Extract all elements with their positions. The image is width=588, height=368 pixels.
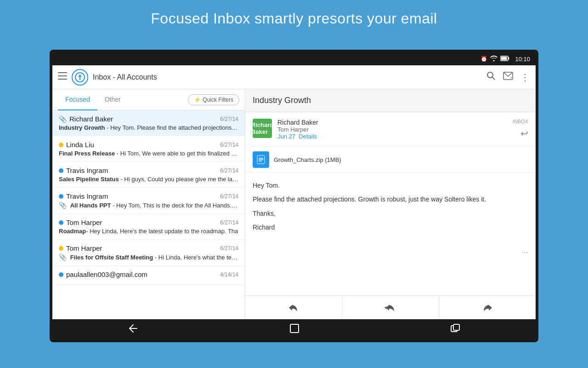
email-subject-4: 📎 All Hands PPT - Hey Tom, This is the d… (59, 201, 238, 209)
wifi-icon (490, 55, 498, 63)
status-time: 10:10 (515, 56, 530, 63)
indicator-4 (59, 194, 63, 199)
alarm-icon: ⏰ (481, 56, 487, 62)
app-bar-actions: ⋮ (486, 71, 530, 83)
sender-name-6: Tom Harper (66, 244, 102, 252)
bottom-nav (52, 319, 536, 339)
sender-name-5: Tom Harper (66, 218, 102, 226)
svg-line-10 (511, 77, 512, 78)
back-button[interactable] (119, 320, 148, 339)
more-icon[interactable]: ⋮ (520, 72, 530, 83)
attachment-row[interactable]: Growth_Charts.zip (1MB) (245, 147, 536, 173)
email-list: 📎 Richard Baker 6/27/14 Industry Growth … (52, 110, 245, 319)
meta-to: Tom Harper (277, 126, 507, 133)
body-thanks: Thanks, (253, 208, 528, 218)
indicator-5 (59, 220, 63, 225)
detail-subject: Industry Growth (253, 96, 311, 105)
email-meta: Richard Baker Richard Baker Tom Harper J… (245, 112, 536, 147)
email-subject-2: Final Press Release - Hi Tom, We were ab… (59, 150, 238, 157)
email-subject-5: Roadmap- Hey Linda, Here's the latest up… (59, 228, 238, 235)
attachment-filename: Growth_Charts.zip (1MB) (274, 156, 341, 163)
compose-icon[interactable] (503, 72, 513, 82)
email-date-2: 6/27/14 (220, 142, 238, 148)
tab-other[interactable]: Other (97, 89, 128, 110)
email-item-3[interactable]: Travis Ingram 6/27/14 Sales Pipeline Sta… (52, 162, 245, 188)
email-item-5[interactable]: Tom Harper 6/27/14 Roadmap- Hey Linda, H… (52, 214, 245, 240)
email-subject-1: Industry Growth - Hey Tom. Please find t… (59, 124, 238, 131)
svg-rect-1 (501, 57, 507, 60)
sender-name-7: paulaallen003@gmail.com (66, 270, 147, 278)
sender-avatar: Richard Baker (253, 119, 272, 138)
indicator-7 (59, 272, 63, 277)
device-frame: ⏰ 10:10 (50, 50, 538, 342)
attachment-icon-6: 📎 (59, 253, 67, 261)
inbox-badge: INBOX (513, 119, 528, 124)
indicator-3 (59, 168, 63, 173)
attachment-icon-4: 📎 (59, 201, 67, 209)
sender-name-2: Linda Liu (66, 141, 94, 149)
email-item-2[interactable]: Linda Liu 6/27/14 Final Press Release - … (52, 136, 245, 162)
svg-point-7 (487, 72, 493, 78)
body-line1: Please find the attached projections. Gr… (253, 194, 528, 204)
reply-header-icon[interactable]: ↩ (520, 128, 528, 139)
hero-title: Focused Inbox smartly presorts your emai… (0, 0, 588, 35)
email-date-6: 6/27/14 (220, 245, 238, 252)
email-subject-6: 📎 Files for Offsite Staff Meeting - Hi L… (59, 253, 238, 261)
main-layout: Focused Other ⚡ Quick Filters 📎 (52, 89, 536, 319)
svg-rect-17 (453, 324, 459, 330)
svg-line-8 (492, 77, 495, 80)
status-icons: ⏰ 10:10 (481, 55, 530, 63)
email-detail-header: Industry Growth (245, 89, 536, 112)
search-icon[interactable] (486, 71, 496, 83)
svg-rect-15 (290, 324, 299, 333)
svg-rect-2 (509, 57, 509, 59)
email-item-7[interactable]: paulaallen003@gmail.com 4/14/14 (52, 266, 245, 285)
reply-all-button[interactable] (342, 296, 439, 319)
email-body-text: Hey Tom. Please find the attached projec… (245, 173, 536, 244)
action-bar (245, 295, 536, 319)
meta-from: Richard Baker (277, 119, 507, 126)
attachment-icon-1: 📎 (59, 115, 67, 123)
app-title: Inbox - All Accounts (93, 73, 482, 81)
quick-filters-button[interactable]: ⚡ Quick Filters (188, 94, 239, 105)
email-list-panel: Focused Other ⚡ Quick Filters 📎 (52, 89, 245, 319)
svg-rect-4 (58, 75, 67, 76)
app-content: Inbox - All Accounts ⋮ (52, 65, 536, 319)
tabs-bar: Focused Other ⚡ Quick Filters (52, 89, 245, 110)
status-bar: ⏰ 10:10 (52, 52, 536, 65)
recents-button[interactable] (441, 320, 469, 339)
email-detail-panel: Industry Growth Richard Baker Richard Ba… (245, 89, 536, 319)
attachment-file-icon (253, 151, 269, 168)
indicator-2 (59, 143, 63, 147)
email-item-6[interactable]: Tom Harper 6/27/14 📎 Files for Offsite S… (52, 240, 245, 266)
meta-date: Jun 27 Details (277, 133, 507, 140)
body-signature: Richard (253, 222, 528, 232)
forward-button[interactable] (439, 296, 536, 319)
svg-rect-3 (58, 72, 67, 73)
indicator-6 (59, 246, 63, 251)
sender-name-3: Travis Ingram (66, 167, 108, 174)
email-date-3: 6/27/14 (220, 167, 238, 174)
more-options[interactable]: ··· (245, 244, 536, 261)
email-date-4: 6/27/14 (220, 193, 238, 200)
reply-button[interactable] (245, 296, 342, 319)
email-subject-3: Sales Pipeline Status - Hi guys, Could y… (59, 176, 238, 183)
sender-name-1: Richard Baker (69, 115, 113, 123)
email-detail-body: Richard Baker Richard Baker Tom Harper J… (245, 112, 536, 295)
tab-focused[interactable]: Focused (58, 89, 97, 110)
app-bar: Inbox - All Accounts ⋮ (52, 65, 536, 89)
body-greeting: Hey Tom. (253, 180, 528, 190)
bolt-icon: ⚡ (194, 97, 201, 103)
app-logo (72, 69, 88, 86)
menu-icon[interactable] (58, 72, 67, 82)
sender-name-4: Travis Ingram (66, 192, 108, 200)
email-date-1: 6/27/14 (220, 116, 238, 122)
battery-icon (500, 56, 509, 63)
svg-rect-5 (58, 79, 67, 80)
details-link[interactable]: Details (299, 133, 317, 140)
email-item-4[interactable]: Travis Ingram 6/27/14 📎 All Hands PPT - … (52, 188, 245, 214)
home-button[interactable] (280, 320, 309, 339)
email-date-5: 6/27/14 (220, 219, 238, 226)
email-meta-info: Richard Baker Tom Harper Jun 27 Details (277, 119, 507, 140)
email-item-1[interactable]: 📎 Richard Baker 6/27/14 Industry Growth … (52, 110, 245, 136)
